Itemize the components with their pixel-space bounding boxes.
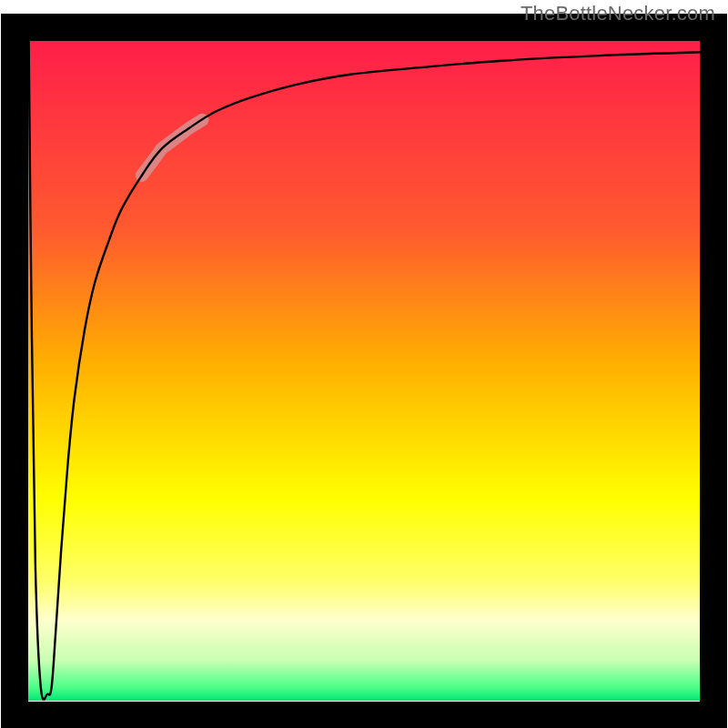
bottleneck-chart bbox=[0, 0, 728, 728]
attribution-label: TheBottleNecker.com bbox=[521, 2, 715, 25]
chart-container: TheBottleNecker.com bbox=[0, 0, 728, 728]
gradient-background bbox=[27, 27, 701, 701]
plot-area bbox=[15, 27, 713, 715]
